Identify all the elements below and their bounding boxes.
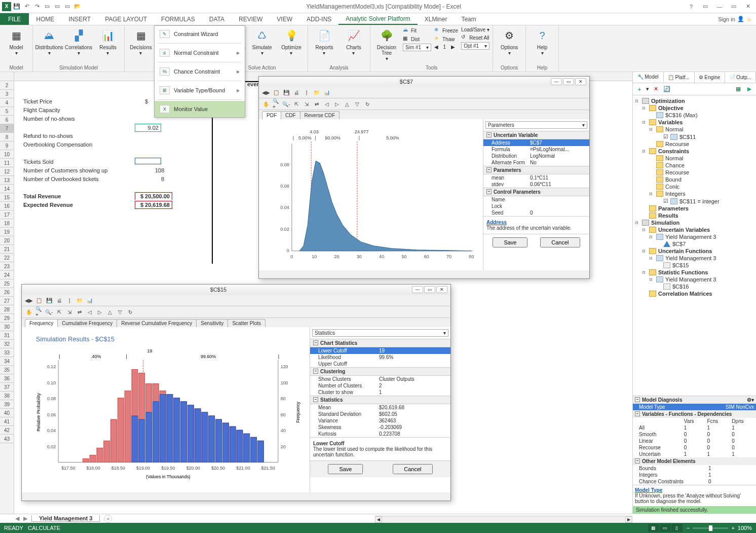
tab-cdf[interactable]: CDF: [281, 111, 300, 119]
tab-reverse-cumulative[interactable]: Reverse Cumulative Frequency: [117, 319, 197, 327]
tb-zoomin-icon[interactable]: 🔍+: [272, 100, 280, 108]
tab-insert[interactable]: INSERT: [61, 13, 98, 25]
tab-sensitivity[interactable]: Sensitivity: [196, 319, 228, 327]
excel-ic-icon[interactable]: ▦: [734, 85, 743, 94]
statistics-combo[interactable]: Statistics▾: [312, 329, 448, 337]
loadsave-button[interactable]: Load/Save ▾: [461, 26, 489, 33]
decision-tree-button[interactable]: 🌳Decision Tree▾: [373, 26, 400, 62]
prop-formula[interactable]: Formula=PsiLogNormal...: [483, 146, 589, 153]
tb-icon[interactable]: ↻: [126, 308, 134, 316]
options-button[interactable]: ⚙Options▾: [496, 26, 522, 57]
win1-min-icon[interactable]: —: [551, 78, 562, 85]
win1-save-button[interactable]: Save: [493, 237, 527, 247]
sheet-tab-active[interactable]: Yield Management 3: [31, 515, 100, 522]
tab-addins[interactable]: ADD-INS: [299, 13, 338, 25]
win2-save-button[interactable]: Save: [328, 464, 363, 474]
tab-analytic-solver[interactable]: Analytic Solver Platform: [338, 13, 417, 25]
tb-icon[interactable]: ◁: [86, 308, 94, 316]
ribbon-toggle-icon[interactable]: ▭: [699, 3, 711, 10]
prop-stdev[interactable]: stdev0.06*C11: [483, 181, 589, 188]
fit-button[interactable]: ⛰Fit: [403, 26, 431, 34]
win2-cancel-button[interactable]: Cancel: [393, 464, 432, 474]
sheet-nav-next-icon[interactable]: ▶: [23, 515, 27, 522]
prop-distribution[interactable]: DistributionLogNormal: [483, 153, 589, 159]
win1-cancel-button[interactable]: Cancel: [540, 237, 580, 247]
tb-icon[interactable]: ⇱: [55, 308, 63, 316]
help-button[interactable]: ?Help▾: [529, 26, 555, 57]
signin[interactable]: Sign in 👤 ☺: [714, 13, 756, 25]
tp-tab-engine[interactable]: ⚙Engine: [695, 72, 726, 83]
tab-home[interactable]: HOME: [29, 13, 61, 25]
dist-button[interactable]: ▦Dist: [403, 35, 431, 43]
tb-zoomout-icon[interactable]: 🔍-: [45, 308, 53, 316]
prev-icon[interactable]: ◀: [434, 44, 438, 50]
tab-team[interactable]: Team: [454, 13, 483, 25]
maximize-icon[interactable]: ▭: [728, 3, 740, 10]
prop-std[interactable]: Standard Deviation$602.05: [310, 411, 450, 417]
prop-kurtosis[interactable]: Kurtosis0.223708: [310, 431, 450, 437]
refresh-icon[interactable]: 🔄: [662, 85, 671, 94]
tb-icon[interactable]: ⇱: [292, 100, 300, 108]
tb-icon[interactable]: 📁: [75, 296, 84, 304]
tb-icon[interactable]: ⇲: [303, 100, 311, 108]
constraint-wizard-item[interactable]: ✎Constraint Wizard: [155, 26, 245, 42]
prop-lower-cutoff[interactable]: Lower Cutoff19: [310, 347, 450, 354]
zoom-out-icon[interactable]: −: [687, 525, 690, 531]
freeze-button[interactable]: ❄Freeze: [434, 26, 458, 34]
horizontal-scrollbar[interactable]: ◀ ▶: [375, 516, 632, 523]
tab-cumulative[interactable]: Cumulative Frequency: [57, 319, 117, 327]
tp-tab-model[interactable]: 🔧Model: [633, 72, 664, 83]
tab-pagelayout[interactable]: PAGE LAYOUT: [98, 13, 154, 25]
prop-likelihood[interactable]: Likelihood99.6%: [310, 354, 450, 361]
open-icon[interactable]: 📂: [73, 2, 82, 11]
tb-print-icon[interactable]: 🖨: [55, 296, 63, 304]
qat-icon-3[interactable]: ▭: [63, 2, 72, 11]
qat-icon-2[interactable]: ▭: [53, 2, 62, 11]
tb-icon[interactable]: ⇄: [313, 100, 321, 108]
tab-reverse-cdf[interactable]: Reverse CDF: [300, 111, 340, 119]
prop-mean[interactable]: mean0.1*C11: [483, 174, 589, 181]
opt-combo[interactable]: Opt #1▾: [461, 42, 489, 50]
save-icon[interactable]: 💾: [12, 2, 21, 11]
simulate-button[interactable]: ♺Simulate▾: [249, 26, 275, 57]
tb-hand-icon[interactable]: ✋: [262, 100, 270, 108]
tb-chart-icon[interactable]: 📊: [86, 296, 94, 304]
prop-lock[interactable]: Lock: [483, 203, 589, 209]
select-all-corner[interactable]: [0, 72, 14, 81]
prop-name[interactable]: Name: [483, 196, 589, 203]
thaw-button[interactable]: ☀Thaw: [434, 35, 458, 43]
tp-tab-output[interactable]: 📄Outp...: [725, 72, 756, 83]
sim-combo[interactable]: Sim #1▾: [403, 44, 431, 51]
model-tree[interactable]: ⊟Optimization ⊟Objective $C$16 (Max) ⊟Va…: [633, 95, 756, 396]
parameters-combo[interactable]: Parameters▾: [485, 121, 587, 129]
tb-hand-icon[interactable]: ✋: [25, 308, 33, 316]
reports-button[interactable]: 📄Reports▾: [311, 26, 337, 57]
win2-min-icon[interactable]: —: [412, 286, 423, 293]
results-button[interactable]: 📊Results▾: [95, 26, 121, 57]
delete-icon[interactable]: ✕: [651, 85, 660, 94]
prop-variance[interactable]: Variance362463: [310, 417, 450, 424]
tb-icon[interactable]: ◁: [323, 100, 331, 108]
run-icon[interactable]: ▶: [745, 85, 754, 94]
row-headers[interactable]: 2345678910111213141516171819202122232425…: [0, 81, 14, 514]
view-layout-icon[interactable]: ▭: [660, 524, 671, 532]
tab-scatter[interactable]: Scatter Plots: [228, 319, 266, 327]
next-icon[interactable]: ▶: [451, 44, 455, 50]
tab-data[interactable]: DATA: [202, 13, 232, 25]
prop-cluster-show[interactable]: Cluster to show1: [310, 389, 450, 396]
prop-upper-cutoff[interactable]: Upper Cutoff: [310, 361, 450, 367]
tb-icon[interactable]: ▷: [333, 100, 341, 108]
tab-xlminer[interactable]: XLMiner: [418, 13, 455, 25]
tb-zoomout-icon[interactable]: 🔍-: [282, 100, 290, 108]
tb-icon[interactable]: ▽: [353, 100, 361, 108]
tb-copy-icon[interactable]: 📋: [272, 88, 280, 96]
minimize-icon[interactable]: —: [713, 4, 726, 10]
prop-address[interactable]: Address$C$7: [483, 139, 589, 146]
tab-file[interactable]: FILE: [0, 13, 29, 25]
prop-seed[interactable]: Seed0: [483, 209, 589, 216]
add-icon[interactable]: +: [635, 85, 644, 94]
tb-icon[interactable]: △: [106, 308, 114, 316]
tab-review[interactable]: REVIEW: [232, 13, 270, 25]
tb-icon[interactable]: ⇲: [65, 308, 73, 316]
view-normal-icon[interactable]: ▦: [648, 524, 659, 532]
